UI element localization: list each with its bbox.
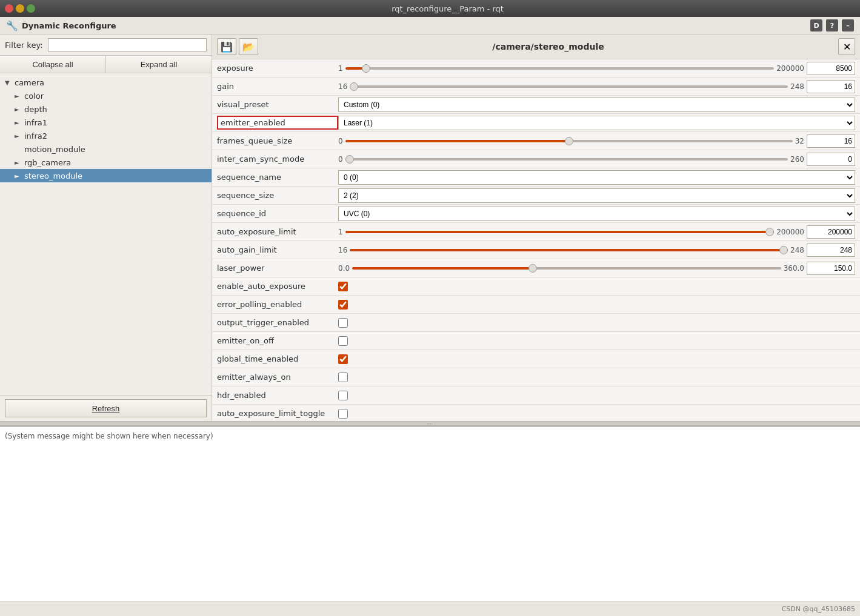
select-visual_preset[interactable]: Custom (0) [338, 98, 855, 112]
maximize-window-button[interactable] [27, 4, 35, 13]
param-name-frames_queue_size: frames_queue_size [217, 136, 338, 145]
param-control-auto_gain_limit: 16248 [338, 243, 855, 257]
tree-arrow-stereo_module: ► [15, 173, 23, 179]
param-control-hdr_enabled [338, 391, 855, 400]
checkbox-global_time_enabled[interactable] [338, 354, 348, 364]
param-row-sequence_name: sequence_name0 (0) [212, 168, 860, 187]
param-control-exposure: 1200000 [338, 62, 855, 75]
divider-handle[interactable]: ⋯ [0, 421, 860, 426]
value-input-gain[interactable] [807, 80, 855, 93]
filter-row: Filter key: [0, 35, 212, 56]
param-name-emitter_on_off: emitter_on_off [217, 336, 338, 345]
load-button[interactable]: 📂 [239, 38, 258, 55]
param-name-output_trigger_enabled: output_trigger_enabled [217, 318, 338, 327]
tree-arrow-camera: ▼ [5, 79, 13, 86]
checkbox-error_polling_enabled[interactable] [338, 300, 348, 310]
collapse-all-button[interactable]: Collapse all [0, 56, 106, 73]
checkbox-hdr_enabled[interactable] [338, 391, 348, 400]
panel-close-button[interactable]: ✕ [838, 38, 855, 55]
select-sequence_id[interactable]: UVC (0) [338, 207, 855, 221]
slider-inter_cam_sync_mode[interactable] [345, 158, 788, 161]
value-input-frames_queue_size[interactable] [807, 134, 855, 148]
sidebar-item-infra2[interactable]: ►infra2 [0, 129, 212, 142]
header-icon-help[interactable]: ? [826, 19, 838, 31]
param-name-sequence_size: sequence_size [217, 191, 338, 200]
param-control-gain: 16248 [338, 80, 855, 93]
param-control-emitter_on_off [338, 336, 855, 346]
expand-all-button[interactable]: Expand all [106, 56, 212, 73]
slider-max-auto_exposure_limit: 200000 [776, 228, 804, 236]
slider-min-gain: 16 [338, 82, 347, 91]
sidebar-item-infra1[interactable]: ►infra1 [0, 116, 212, 129]
window-controls[interactable] [5, 4, 35, 13]
checkbox-emitter_always_on[interactable] [338, 373, 348, 382]
param-row-global_time_enabled: global_time_enabled [212, 350, 860, 368]
sidebar-item-motion_module[interactable]: motion_module [0, 142, 212, 156]
header-icons[interactable]: D ? – [810, 19, 854, 31]
param-name-exposure: exposure [217, 64, 338, 73]
slider-exposure[interactable] [345, 67, 775, 70]
value-input-inter_cam_sync_mode[interactable] [807, 153, 855, 166]
tree-label-stereo_module: stereo_module [24, 171, 82, 180]
slider-laser_power[interactable] [352, 267, 781, 270]
param-name-laser_power: laser_power [217, 263, 338, 273]
param-name-enable_auto_exposure: enable_auto_exposure [217, 282, 338, 291]
select-emitter_enabled[interactable]: Laser (1) [338, 116, 855, 130]
param-name-hdr_enabled: hdr_enabled [217, 391, 338, 400]
sidebar-item-color[interactable]: ►color [0, 89, 212, 102]
tree-arrow-infra2: ► [15, 133, 23, 139]
param-control-laser_power: 0.0360.0 [338, 262, 855, 275]
sidebar-item-stereo_module[interactable]: ►stereo_module [0, 169, 212, 182]
header-icon-d[interactable]: D [810, 19, 822, 31]
checkbox-auto_exposure_limit_toggle[interactable] [338, 409, 348, 419]
param-row-auto_exposure_limit: auto_exposure_limit1200000 [212, 223, 860, 241]
checkbox-emitter_on_off[interactable] [338, 336, 348, 346]
slider-gain[interactable] [350, 85, 788, 88]
param-row-emitter_on_off: emitter_on_off [212, 332, 860, 350]
value-input-exposure[interactable] [807, 62, 855, 75]
sidebar-item-camera[interactable]: ▼camera [0, 76, 212, 89]
value-input-auto_gain_limit[interactable] [807, 243, 855, 257]
param-name-sequence_name: sequence_name [217, 173, 338, 182]
sidebar-item-depth[interactable]: ►depth [0, 102, 212, 116]
param-control-auto_exposure_limit: 1200000 [338, 225, 855, 239]
param-row-auto_gain_limit: auto_gain_limit16248 [212, 241, 860, 259]
close-window-button[interactable] [5, 4, 13, 13]
slider-min-auto_exposure_limit: 1 [338, 228, 343, 236]
param-name-auto_exposure_limit: auto_exposure_limit [217, 227, 338, 236]
param-row-enable_auto_exposure: enable_auto_exposure [212, 277, 860, 296]
value-input-auto_exposure_limit[interactable] [807, 225, 855, 239]
param-control-sequence_size: 2 (2) [338, 188, 855, 203]
param-name-visual_preset: visual_preset [217, 100, 338, 109]
checkbox-enable_auto_exposure[interactable] [338, 282, 348, 291]
header-icon-o[interactable]: – [842, 19, 854, 31]
slider-min-inter_cam_sync_mode: 0 [338, 155, 343, 164]
sidebar-item-rgb_camera[interactable]: ►rgb_camera [0, 156, 212, 169]
tree-arrow-rgb_camera: ► [15, 159, 23, 166]
minimize-window-button[interactable] [16, 4, 24, 13]
param-row-output_trigger_enabled: output_trigger_enabled [212, 314, 860, 332]
slider-max-inter_cam_sync_mode: 260 [790, 155, 804, 164]
save-button[interactable]: 💾 [217, 38, 236, 55]
select-sequence_name[interactable]: 0 (0) [338, 170, 855, 185]
param-name-emitter_enabled: emitter_enabled [217, 116, 338, 130]
param-name-emitter_always_on: emitter_always_on [217, 373, 338, 382]
slider-min-frames_queue_size: 0 [338, 137, 343, 145]
value-input-laser_power[interactable] [807, 262, 855, 275]
refresh-button[interactable]: Refresh [5, 399, 207, 417]
param-control-enable_auto_exposure [338, 282, 855, 291]
slider-container-laser_power [352, 262, 781, 274]
param-row-frames_queue_size: frames_queue_size032 [212, 132, 860, 150]
slider-frames_queue_size[interactable] [345, 140, 793, 142]
select-sequence_size[interactable]: 2 (2) [338, 188, 855, 203]
filter-input[interactable] [48, 38, 207, 51]
param-name-error_polling_enabled: error_polling_enabled [217, 300, 338, 309]
slider-auto_exposure_limit[interactable] [345, 231, 775, 233]
param-control-inter_cam_sync_mode: 0260 [338, 153, 855, 166]
params-area: exposure1200000gain16248visual_presetCus… [212, 59, 860, 421]
checkbox-control-emitter_always_on [338, 373, 348, 382]
param-control-visual_preset: Custom (0) [338, 98, 855, 112]
checkbox-output_trigger_enabled[interactable] [338, 318, 348, 328]
slider-auto_gain_limit[interactable] [350, 249, 788, 251]
slider-container-gain [350, 81, 788, 93]
